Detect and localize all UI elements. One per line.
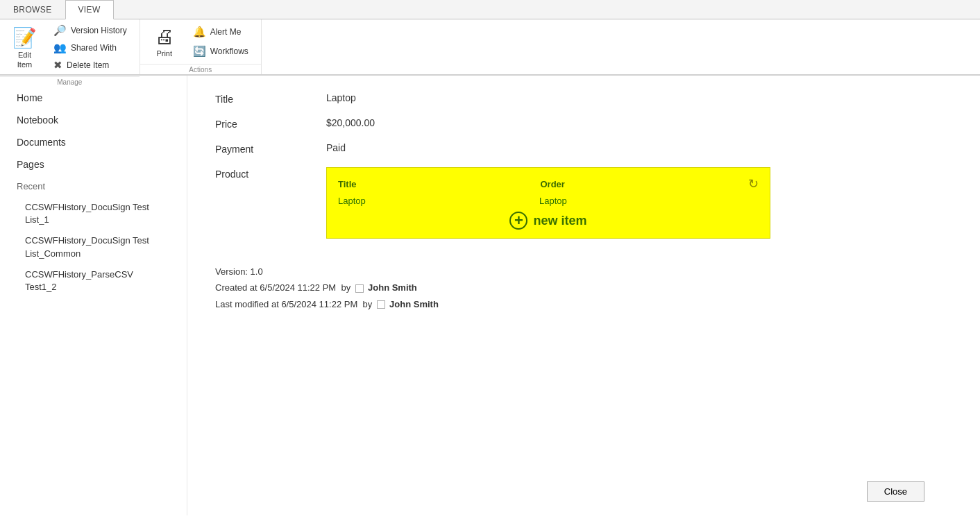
delete-item-button[interactable]: ✖ Delete Item <box>49 57 131 74</box>
recent-section-label: Recent <box>0 176 187 197</box>
product-table-header: Title Order ↻ <box>338 176 759 191</box>
new-item-button[interactable]: + new item <box>338 212 759 230</box>
edit-item-icon: 📝 <box>12 26 37 49</box>
title-value: Laptop <box>326 92 356 103</box>
version-history-label: Version History <box>71 26 127 35</box>
delete-item-icon: ✖ <box>53 59 62 71</box>
version-history-button[interactable]: 🔎 Version History <box>49 22 131 39</box>
sidebar-recent-1[interactable]: CCSWFHistory_DocuSign Test List_1 <box>0 197 187 230</box>
product-order-cell: Laptop <box>539 196 741 206</box>
price-label: Price <box>215 117 326 130</box>
shared-with-label: Shared With <box>71 43 117 53</box>
shared-with-icon: 👥 <box>53 42 67 54</box>
version-info: Version: 1.0 Created at 6/5/2024 11:22 P… <box>215 264 952 312</box>
new-item-plus-icon: + <box>509 212 527 230</box>
field-row-title: Title Laptop <box>215 92 952 105</box>
payment-label: Payment <box>215 142 326 155</box>
modified-person-checkbox <box>377 300 385 309</box>
product-table-row: Laptop Laptop <box>338 196 759 206</box>
price-value: $20,000.00 <box>326 117 375 128</box>
modified-info: Last modified at 6/5/2024 11:22 PM by Jo… <box>215 296 952 312</box>
sidebar-item-home[interactable]: Home <box>0 87 187 109</box>
sidebar: Home Notebook Documents Pages Recent CCS… <box>0 76 187 515</box>
alert-me-icon: 🔔 <box>193 26 206 38</box>
version-history-icon: 🔎 <box>53 24 67 37</box>
shared-with-button[interactable]: 👥 Shared With <box>49 40 131 56</box>
product-col-title-header: Title <box>338 179 541 189</box>
sidebar-item-pages[interactable]: Pages <box>0 153 187 176</box>
version-number: Version: 1.0 <box>215 264 952 280</box>
ribbon-group-manage: 📝 Edit Item 🔎 Version History 👥 Shared W… <box>0 19 140 74</box>
workflows-button[interactable]: 🔄 Workflows <box>189 43 253 60</box>
alert-me-label: Alert Me <box>210 27 242 37</box>
workflows-icon: 🔄 <box>193 45 206 58</box>
product-container: Title Order ↻ Laptop Laptop + new item <box>326 167 770 239</box>
sidebar-recent-2[interactable]: CCSWFHistory_DocuSign Test List_Common <box>0 230 187 264</box>
refresh-icon[interactable]: ↻ <box>748 176 759 191</box>
ribbon-content: 📝 Edit Item 🔎 Version History 👥 Shared W… <box>0 19 980 75</box>
delete-item-label: Delete Item <box>67 60 109 70</box>
ribbon-group-actions: 🖨 Print 🔔 Alert Me 🔄 Workflows Actions <box>140 19 262 74</box>
close-button[interactable]: Close <box>867 481 924 502</box>
ribbon-tabs: BROWSE VIEW <box>0 0 980 19</box>
created-person-name: John Smith <box>368 282 417 293</box>
created-person-checkbox <box>355 284 364 293</box>
product-row: Product Title Order ↻ Laptop Laptop + ne <box>215 167 952 251</box>
title-label: Title <box>215 92 326 105</box>
product-title-cell: Laptop <box>338 196 539 206</box>
ribbon: BROWSE VIEW 📝 Edit Item 🔎 Version Histor… <box>0 0 980 76</box>
product-col-order-header: Order <box>541 179 743 189</box>
print-label: Print <box>156 49 172 58</box>
print-icon: 🖨 <box>155 25 174 48</box>
main-layout: Home Notebook Documents Pages Recent CCS… <box>0 76 980 515</box>
sidebar-item-documents[interactable]: Documents <box>0 131 187 153</box>
sidebar-item-notebook[interactable]: Notebook <box>0 109 187 131</box>
manage-small-buttons: 🔎 Version History 👥 Shared With ✖ Delete… <box>47 22 134 74</box>
sidebar-recent-3[interactable]: CCSWFHistory_ParseCSV Test1_2 <box>0 264 187 298</box>
alert-me-button[interactable]: 🔔 Alert Me <box>189 24 253 40</box>
tab-view[interactable]: VIEW <box>65 0 114 19</box>
workflows-label: Workflows <box>210 46 248 56</box>
print-button[interactable]: 🖨 Print <box>146 22 183 61</box>
created-info: Created at 6/5/2024 11:22 PM by John Smi… <box>215 280 952 296</box>
edit-item-button[interactable]: 📝 Edit Item <box>6 22 44 74</box>
new-item-label: new item <box>533 214 586 228</box>
edit-item-label: Edit Item <box>17 51 32 69</box>
field-row-payment: Payment Paid <box>215 142 952 155</box>
actions-group-label: Actions <box>140 64 261 76</box>
product-field-label: Product <box>215 167 326 180</box>
actions-small-buttons: 🔔 Alert Me 🔄 Workflows <box>186 22 255 61</box>
modified-person-name: John Smith <box>389 299 439 309</box>
content-area: Title Laptop Price $20,000.00 Payment Pa… <box>187 76 980 515</box>
payment-value: Paid <box>326 142 346 153</box>
field-row-price: Price $20,000.00 <box>215 117 952 130</box>
tab-browse[interactable]: BROWSE <box>0 0 65 19</box>
